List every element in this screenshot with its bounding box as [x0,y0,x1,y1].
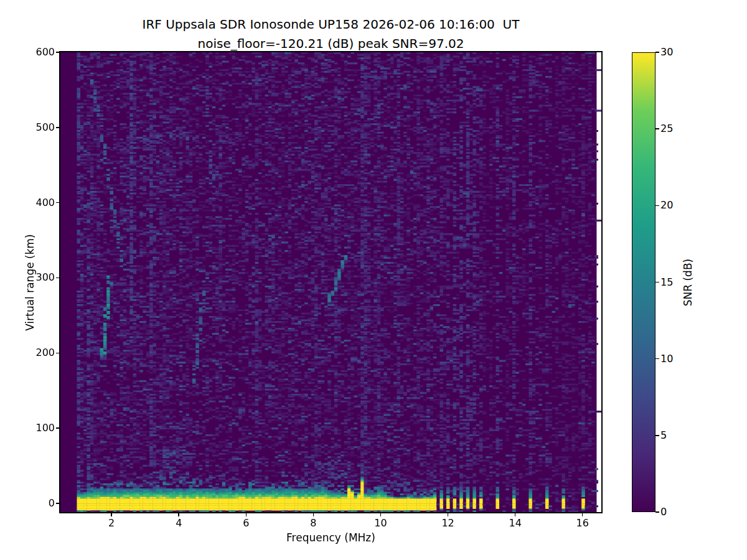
y-tick-mark [56,353,60,354]
y-tick-label: 0 [24,497,55,509]
x-tick-mark [313,512,314,516]
colorbar-label: SNR (dB) [682,223,694,342]
x-tick-label: 10 [368,517,393,529]
colorbar [632,52,655,512]
y-tick-mark [56,52,60,53]
colorbar-tick-label: 0 [660,506,685,518]
x-tick-label: 14 [503,517,528,529]
x-tick-label: 2 [99,517,124,529]
y-axis-label: Virtual range (km) [24,223,36,342]
x-tick-mark [448,512,449,516]
x-tick-label: 12 [436,517,461,529]
x-axis-label: Frequency (MHz) [60,531,601,544]
y-tick-label: 600 [24,46,55,58]
ionogram-figure: IRF Uppsala SDR Ionosonde UP158 2026-02-… [0,0,747,560]
y-tick-mark [56,202,60,203]
colorbar-tick-label: 5 [660,429,685,441]
title-line-1: IRF Uppsala SDR Ionosonde UP158 2026-02-… [143,17,520,32]
x-tick-label: 16 [570,517,595,529]
x-tick-mark [111,512,112,516]
x-tick-label: 4 [166,517,191,529]
x-tick-mark [246,512,247,516]
x-tick-mark [380,512,382,516]
y-tick-mark [56,427,60,429]
x-tick-mark [582,512,583,516]
axes-frame [59,51,603,513]
colorbar-tick-label: 20 [660,199,685,211]
colorbar-tick-label: 10 [660,353,685,365]
colorbar-tick-mark [655,435,659,436]
colorbar-tick-mark [655,52,659,53]
colorbar-tick-mark [655,128,659,129]
y-tick-mark [56,278,60,279]
x-tick-label: 6 [233,517,258,529]
y-tick-mark [56,127,60,128]
colorbar-tick-label: 30 [660,46,685,58]
colorbar-tick-mark [655,358,659,360]
x-tick-label: 8 [301,517,326,529]
x-tick-mark [515,512,516,516]
y-tick-label: 100 [24,422,55,434]
y-tick-label: 200 [24,347,55,358]
colorbar-tick-mark [655,205,659,207]
y-tick-mark [56,503,60,504]
colorbar-tick-mark [655,282,659,283]
x-tick-mark [178,512,179,516]
title-line-2: noise_floor=-120.21 (dB) peak SNR=97.02 [198,36,464,51]
colorbar-tick-label: 25 [660,123,685,134]
plot-title: IRF Uppsala SDR Ionosonde UP158 2026-02-… [60,15,601,54]
y-tick-label: 400 [24,197,55,208]
colorbar-tick-mark [655,511,659,513]
y-tick-label: 500 [24,121,55,133]
